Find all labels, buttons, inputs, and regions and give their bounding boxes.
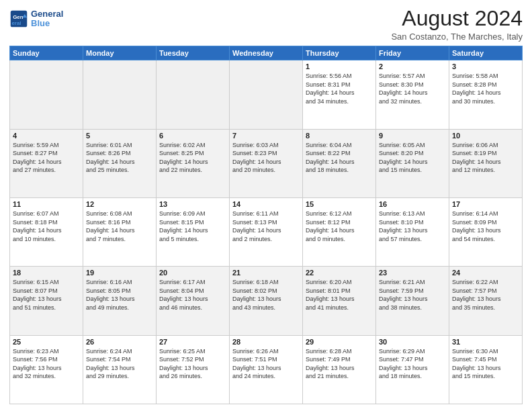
calendar-cell: 24Sunrise: 6:22 AM Sunset: 7:57 PM Dayli… [449,267,523,335]
day-number: 3 [452,62,519,71]
day-number: 27 [159,338,226,346]
calendar-cell: 1Sunrise: 5:56 AM Sunset: 8:31 PM Daylig… [303,60,376,129]
day-number: 26 [86,338,153,346]
day-info: Sunrise: 6:24 AM Sunset: 7:54 PM Dayligh… [86,347,153,381]
day-number: 7 [232,132,300,140]
calendar-cell [83,60,157,129]
calendar-week-5: 25Sunrise: 6:23 AM Sunset: 7:56 PM Dayli… [10,335,523,404]
calendar-cell: 13Sunrise: 6:09 AM Sunset: 8:15 PM Dayli… [157,197,230,266]
calendar-cell: 16Sunrise: 6:13 AM Sunset: 8:10 PM Dayli… [376,197,449,266]
day-info: Sunrise: 6:20 AM Sunset: 8:01 PM Dayligh… [306,278,373,312]
day-info: Sunrise: 6:28 AM Sunset: 7:49 PM Dayligh… [306,347,373,381]
day-info: Sunrise: 6:26 AM Sunset: 7:51 PM Dayligh… [232,347,300,381]
calendar-cell: 18Sunrise: 6:15 AM Sunset: 8:07 PM Dayli… [10,267,83,335]
day-info: Sunrise: 6:07 AM Sunset: 8:18 PM Dayligh… [13,210,80,243]
title-block: August 2024 San Costanzo, The Marches, I… [391,7,523,42]
day-info: Sunrise: 6:12 AM Sunset: 8:12 PM Dayligh… [306,210,373,243]
day-number: 14 [232,200,300,208]
calendar-cell: 3Sunrise: 5:58 AM Sunset: 8:28 PM Daylig… [449,60,523,129]
day-info: Sunrise: 6:17 AM Sunset: 8:04 PM Dayligh… [159,278,226,312]
day-info: Sunrise: 6:14 AM Sunset: 8:09 PM Dayligh… [452,210,519,243]
subtitle: San Costanzo, The Marches, Italy [391,32,523,42]
day-info: Sunrise: 6:05 AM Sunset: 8:20 PM Dayligh… [379,141,446,175]
calendar-header-monday: Monday [83,46,157,60]
day-number: 20 [159,269,226,277]
calendar-cell: 23Sunrise: 6:21 AM Sunset: 7:59 PM Dayli… [376,267,449,335]
calendar-cell: 21Sunrise: 6:18 AM Sunset: 8:02 PM Dayli… [230,267,303,335]
svg-text:eral: eral [12,20,21,26]
day-number: 23 [379,269,446,277]
day-info: Sunrise: 6:08 AM Sunset: 8:16 PM Dayligh… [86,210,153,243]
calendar-cell: 9Sunrise: 6:05 AM Sunset: 8:20 PM Daylig… [376,129,449,197]
calendar-header-saturday: Saturday [449,46,523,60]
calendar-cell: 5Sunrise: 6:01 AM Sunset: 8:26 PM Daylig… [83,129,157,197]
day-info: Sunrise: 6:30 AM Sunset: 7:45 PM Dayligh… [452,347,519,381]
day-info: Sunrise: 5:58 AM Sunset: 8:28 PM Dayligh… [452,72,519,105]
day-info: Sunrise: 6:09 AM Sunset: 8:15 PM Dayligh… [159,210,226,243]
day-number: 5 [86,132,153,140]
calendar-cell: 6Sunrise: 6:02 AM Sunset: 8:25 PM Daylig… [157,129,230,197]
day-number: 2 [379,62,446,71]
calendar-cell: 14Sunrise: 6:11 AM Sunset: 8:13 PM Dayli… [230,197,303,266]
calendar-cell [10,60,83,129]
day-number: 13 [159,200,226,208]
day-number: 28 [232,338,300,346]
calendar-header-thursday: Thursday [303,46,376,60]
day-info: Sunrise: 6:18 AM Sunset: 8:02 PM Dayligh… [232,278,300,312]
calendar-header-tuesday: Tuesday [157,46,230,60]
calendar-week-3: 11Sunrise: 6:07 AM Sunset: 8:18 PM Dayli… [10,197,523,266]
day-info: Sunrise: 6:03 AM Sunset: 8:23 PM Dayligh… [232,141,300,175]
day-info: Sunrise: 6:15 AM Sunset: 8:07 PM Dayligh… [13,278,80,312]
calendar-cell: 26Sunrise: 6:24 AM Sunset: 7:54 PM Dayli… [83,335,157,404]
day-info: Sunrise: 6:01 AM Sunset: 8:26 PM Dayligh… [86,141,153,175]
calendar-header-row: SundayMondayTuesdayWednesdayThursdayFrid… [10,46,523,60]
day-number: 29 [306,338,373,346]
calendar-cell: 22Sunrise: 6:20 AM Sunset: 8:01 PM Dayli… [303,267,376,335]
calendar-cell: 17Sunrise: 6:14 AM Sunset: 8:09 PM Dayli… [449,197,523,266]
day-number: 17 [452,200,519,208]
calendar-header-friday: Friday [376,46,449,60]
day-number: 1 [306,62,373,71]
day-info: Sunrise: 6:04 AM Sunset: 8:22 PM Dayligh… [306,141,373,175]
calendar-cell: 7Sunrise: 6:03 AM Sunset: 8:23 PM Daylig… [230,129,303,197]
calendar-cell: 8Sunrise: 6:04 AM Sunset: 8:22 PM Daylig… [303,129,376,197]
day-info: Sunrise: 6:25 AM Sunset: 7:52 PM Dayligh… [159,347,226,381]
calendar-week-1: 1Sunrise: 5:56 AM Sunset: 8:31 PM Daylig… [10,60,523,129]
svg-text:Gen: Gen [13,14,23,20]
calendar-cell: 19Sunrise: 6:16 AM Sunset: 8:05 PM Dayli… [83,267,157,335]
day-number: 16 [379,200,446,208]
logo-text: General Blue [31,9,63,29]
day-info: Sunrise: 6:11 AM Sunset: 8:13 PM Dayligh… [232,210,300,243]
day-number: 24 [452,269,519,277]
day-number: 22 [306,269,373,277]
calendar-cell: 28Sunrise: 6:26 AM Sunset: 7:51 PM Dayli… [230,335,303,404]
calendar-cell: 27Sunrise: 6:25 AM Sunset: 7:52 PM Dayli… [157,335,230,404]
calendar-cell: 10Sunrise: 6:06 AM Sunset: 8:19 PM Dayli… [449,129,523,197]
calendar-cell: 2Sunrise: 5:57 AM Sunset: 8:30 PM Daylig… [376,60,449,129]
logo: Gen eral General Blue [9,9,63,29]
day-number: 6 [159,132,226,140]
day-number: 21 [232,269,300,277]
day-info: Sunrise: 6:16 AM Sunset: 8:05 PM Dayligh… [86,278,153,312]
day-info: Sunrise: 6:06 AM Sunset: 8:19 PM Dayligh… [452,141,519,175]
calendar-week-2: 4Sunrise: 5:59 AM Sunset: 8:27 PM Daylig… [10,129,523,197]
day-info: Sunrise: 5:57 AM Sunset: 8:30 PM Dayligh… [379,72,446,105]
calendar-header-wednesday: Wednesday [230,46,303,60]
day-number: 11 [13,200,80,208]
day-info: Sunrise: 6:02 AM Sunset: 8:25 PM Dayligh… [159,141,226,175]
calendar-cell [157,60,230,129]
day-info: Sunrise: 5:59 AM Sunset: 8:27 PM Dayligh… [13,141,80,175]
main-title: August 2024 [391,7,523,30]
day-number: 25 [13,338,80,346]
calendar-cell: 15Sunrise: 6:12 AM Sunset: 8:12 PM Dayli… [303,197,376,266]
logo-icon: Gen eral [9,9,28,28]
calendar-cell: 29Sunrise: 6:28 AM Sunset: 7:49 PM Dayli… [303,335,376,404]
day-number: 12 [86,200,153,208]
day-number: 8 [306,132,373,140]
calendar-week-4: 18Sunrise: 6:15 AM Sunset: 8:07 PM Dayli… [10,267,523,335]
calendar-cell: 11Sunrise: 6:07 AM Sunset: 8:18 PM Dayli… [10,197,83,266]
day-number: 30 [379,338,446,346]
day-info: Sunrise: 5:56 AM Sunset: 8:31 PM Dayligh… [306,72,373,105]
calendar-table: SundayMondayTuesdayWednesdayThursdayFrid… [9,46,523,404]
day-info: Sunrise: 6:21 AM Sunset: 7:59 PM Dayligh… [379,278,446,312]
